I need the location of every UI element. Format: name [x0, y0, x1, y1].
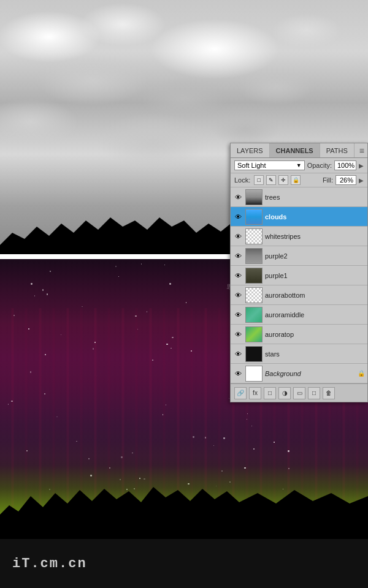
layer-thumb-stars — [245, 346, 263, 362]
layer-row-auroratop[interactable]: 👁auroratop — [231, 325, 367, 344]
lock-label: Lock: — [234, 176, 250, 184]
eye-icon-background[interactable]: 👁 — [233, 369, 243, 379]
layer-row-aurorabottom[interactable]: 👁aurorabottom — [231, 285, 367, 305]
layer-thumb-aurorabottom — [245, 287, 263, 303]
layer-thumb-trees — [245, 189, 263, 205]
layer-row-purple2[interactable]: 👁purple2 — [231, 246, 367, 266]
opacity-arrow[interactable]: ▶ — [359, 162, 364, 169]
logo-text: iT.cm.cn — [12, 556, 87, 571]
layer-thumb-background — [245, 366, 263, 382]
new-layer-button[interactable]: □ — [308, 387, 320, 399]
blend-mode-select[interactable]: Soft Light ▼ — [234, 160, 305, 170]
layer-thumb-auroramiddle — [245, 307, 263, 323]
layer-row-auroramiddle[interactable]: 👁auroramiddle — [231, 305, 367, 325]
panel-menu-icon[interactable]: ≡ — [355, 146, 368, 156]
lock-image-button[interactable]: ✎ — [266, 175, 276, 185]
lock-position-button[interactable]: ✛ — [278, 175, 288, 185]
layers-panel: LAYERS CHANNELS PATHS ≡ Soft Light ▼ Opa… — [230, 143, 368, 402]
eye-icon-auroramiddle[interactable]: 👁 — [233, 310, 243, 320]
layer-thumb-clouds — [245, 209, 263, 225]
layer-thumb-whitestripes — [245, 228, 263, 244]
layer-name-whitestripes: whitestripes — [265, 233, 365, 240]
adjustment-layer-button[interactable]: ◑ — [278, 387, 291, 399]
layer-name-background: Background — [265, 370, 355, 377]
layer-name-stars: stars — [265, 350, 365, 358]
lock-row: Lock: □ ✎ ✛ 🔒 Fill: 26% ▶ — [231, 173, 367, 187]
tab-paths[interactable]: PATHS — [320, 143, 355, 157]
eye-icon-stars[interactable]: 👁 — [233, 349, 243, 359]
eye-icon-clouds[interactable]: 👁 — [233, 212, 243, 222]
blend-mode-row: Soft Light ▼ Opacity: 100% ▶ — [231, 158, 367, 173]
blend-mode-arrow: ▼ — [296, 162, 302, 168]
lock-all-button[interactable]: 🔒 — [291, 175, 301, 185]
panel-bottom-toolbar: 🔗 fx □ ◑ ▭ □ 🗑 — [231, 383, 367, 402]
bottom-logo-bar: iT.cm.cn — [0, 539, 368, 588]
fill-label: Fill: — [323, 176, 333, 184]
layer-lock-icon-background: 🔒 — [358, 370, 365, 377]
layer-row-purple1[interactable]: 👁purple1 — [231, 266, 367, 285]
link-layers-button[interactable]: 🔗 — [234, 387, 247, 399]
panel-tab-bar: LAYERS CHANNELS PATHS ≡ — [231, 143, 367, 158]
fill-arrow[interactable]: ▶ — [359, 177, 364, 184]
layer-name-purple1: purple1 — [265, 272, 365, 279]
eye-icon-auroratop[interactable]: 👁 — [233, 330, 243, 339]
layer-thumb-auroratop — [245, 326, 263, 342]
eye-icon-whitestripes[interactable]: 👁 — [233, 232, 243, 241]
eye-icon-aurorabottom[interactable]: 👁 — [233, 290, 243, 300]
layer-thumb-purple1 — [245, 268, 263, 284]
eye-icon-purple1[interactable]: 👁 — [233, 271, 243, 281]
eye-icon-purple2[interactable]: 👁 — [233, 251, 243, 261]
layer-name-aurorabottom: aurorabottom — [265, 292, 365, 299]
layers-list: 👁trees👁clouds👁whitestripes👁purple2👁purpl… — [231, 187, 367, 383]
tab-layers[interactable]: LAYERS — [231, 143, 270, 157]
tab-channels[interactable]: CHANNELS — [270, 143, 320, 157]
blend-mode-value: Soft Light — [237, 162, 266, 169]
layer-name-clouds: clouds — [265, 213, 365, 221]
opacity-label: Opacity: — [307, 162, 332, 169]
layer-row-whitestripes[interactable]: 👁whitestripes — [231, 227, 367, 246]
layer-thumb-purple2 — [245, 248, 263, 264]
layer-name-auroratop: auroratop — [265, 331, 365, 338]
layer-name-auroramiddle: auroramiddle — [265, 311, 365, 318]
layer-name-purple2: purple2 — [265, 252, 365, 260]
layer-row-trees[interactable]: 👁trees — [231, 187, 367, 207]
layer-row-background[interactable]: 👁Background🔒 — [231, 364, 367, 383]
layer-row-stars[interactable]: 👁stars — [231, 344, 367, 364]
layer-row-clouds[interactable]: 👁clouds — [231, 207, 367, 227]
fill-value[interactable]: 26% — [335, 175, 356, 185]
add-mask-button[interactable]: □ — [264, 387, 276, 399]
new-group-button[interactable]: ▭ — [293, 387, 305, 399]
opacity-value[interactable]: 100% — [334, 160, 356, 170]
lock-transparent-button[interactable]: □ — [254, 175, 264, 185]
delete-layer-button[interactable]: 🗑 — [323, 387, 335, 399]
layer-name-trees: trees — [265, 194, 365, 201]
layer-effects-button[interactable]: fx — [249, 387, 261, 399]
eye-icon-trees[interactable]: 👁 — [233, 192, 243, 202]
